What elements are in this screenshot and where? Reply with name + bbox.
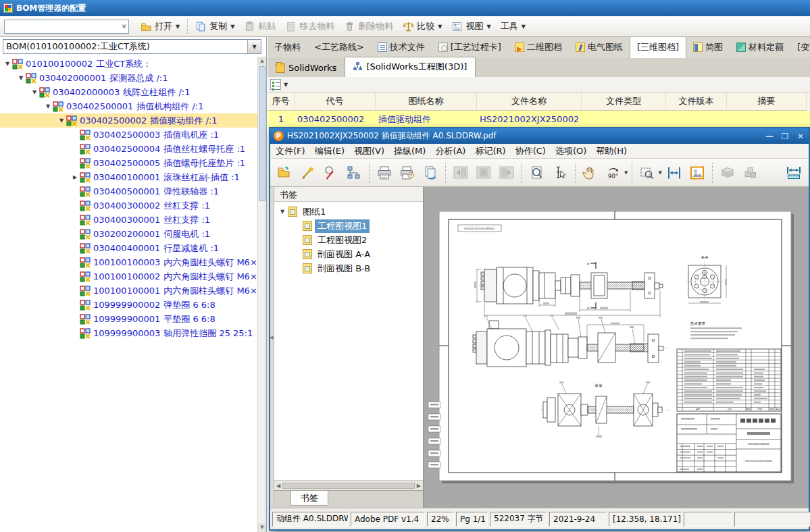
print-button[interactable] — [374, 162, 395, 184]
subtab-SolidWorks工程图3D[interactable]: [SolidWorks工程图(3D)] — [345, 57, 476, 77]
tree-item-100100100003[interactable]: 100100100003内六角圆柱头螺钉 M6×16 M6×16:6 — [0, 255, 257, 269]
select-text-button[interactable] — [549, 162, 571, 184]
compare-button[interactable]: 比较▼ — [398, 18, 447, 34]
column-header-4[interactable]: 文件类型 — [582, 92, 666, 111]
tree-item-030400400001[interactable]: 030400400001行星减速机 :1 — [0, 241, 257, 255]
menu-O[interactable]: 选项(O) — [555, 145, 586, 157]
page-number-button[interactable] — [473, 162, 495, 184]
fit-width-button[interactable] — [663, 162, 685, 184]
column-header-2[interactable]: 图纸名称 — [376, 92, 477, 111]
snapshot-button[interactable] — [686, 162, 708, 184]
layers-button[interactable] — [717, 162, 738, 184]
tree-item-109999900002[interactable]: 109999900002弹垫圈 6 6:8 — [0, 298, 257, 312]
bookmark-工程图视图2[interactable]: 工程图视图2 — [274, 233, 423, 247]
column-header-0[interactable]: 序号 — [268, 92, 295, 111]
menu-A[interactable]: 分析(A) — [435, 145, 465, 157]
scroll-left-icon[interactable]: ◀ — [276, 483, 280, 489]
tree-item-030200200001[interactable]: 030200200001伺服电机 :1 — [0, 227, 257, 241]
tree-expander-icon[interactable]: ▼ — [16, 75, 26, 81]
tree-item-030402000001[interactable]: ▼030402000001探测器总成 /:1 — [0, 71, 257, 85]
tab-简图[interactable]: 简图 — [686, 37, 730, 58]
tab-三维图档[interactable]: [三维图档] — [630, 37, 686, 58]
bookmark-剖面视图 B-B[interactable]: 剖面视图 B-B — [274, 261, 423, 275]
model-button[interactable] — [740, 162, 761, 184]
next-page-button[interactable] — [496, 162, 517, 184]
structure-tree-button[interactable] — [343, 162, 365, 184]
open-file-button[interactable] — [274, 162, 296, 184]
tab-技术文件[interactable]: 技术文件 — [371, 37, 432, 58]
tree-expander-icon[interactable]: ▼ — [57, 117, 66, 124]
copy-button[interactable]: 复制▼ — [191, 18, 239, 34]
close-icon[interactable]: ✕ — [796, 132, 805, 141]
markup-pen-button[interactable] — [297, 162, 319, 184]
pdf-page-canvas[interactable]: HS2021002XJX250002 — [424, 187, 809, 508]
print-preview-button[interactable] — [397, 162, 418, 184]
scroll-up-icon[interactable]: ▲ — [258, 57, 266, 65]
column-settings-icon[interactable] — [270, 79, 281, 90]
tab-二维图档[interactable]: 二维图档 — [508, 37, 569, 58]
scrollbar-thumb[interactable] — [282, 483, 415, 489]
tree-item-030402000003[interactable]: ▼030402000003线阵立柱组件 /:1 — [0, 85, 257, 99]
tab-子物料[interactable]: 子物料 — [268, 37, 307, 58]
paste-button[interactable]: 粘贴 — [239, 18, 280, 34]
menu-H[interactable]: 帮助(H) — [596, 145, 627, 157]
table-row[interactable]: 1030402500002插值驱动组件HS2021002XJX250002 插.… — [268, 111, 810, 128]
collapse-arrow-icon[interactable]: ◀ — [270, 335, 273, 340]
tree-item-030402500004[interactable]: 030402500004插值丝杠螺母托座 :1 — [0, 142, 257, 156]
dropdown-caret-icon[interactable]: ▼ — [284, 82, 288, 88]
tab-变更历史[interactable]: [变更历史 — [790, 37, 810, 58]
menu-E[interactable]: 编辑(E) — [315, 145, 345, 157]
menu-R[interactable]: 标记(R) — [475, 145, 505, 157]
tree-item-100100100001[interactable]: 100100100001内六角圆柱头螺钉 M6×25 M6×25:4 — [0, 284, 257, 298]
dropdown-caret-icon[interactable]: ▼ — [658, 170, 661, 176]
bookmark-工程图视图1[interactable]: 工程图视图1 — [274, 219, 423, 233]
menu-M[interactable]: 操纵(M) — [394, 145, 426, 157]
copy-page-button[interactable] — [420, 162, 441, 184]
tab-工艺过程卡[interactable]: [工艺过程卡] — [432, 37, 508, 58]
maximize-icon[interactable]: ❒ — [780, 132, 790, 141]
menu-F[interactable]: 文件(F) — [276, 145, 305, 157]
bookmark-剖面视图 A-A[interactable]: 剖面视图 A-A — [274, 247, 423, 261]
tree-item-030400100001[interactable]: ▶030400100001滚珠丝杠副-插值 :1 — [0, 170, 257, 184]
subtab-SolidWorks[interactable]: SolidWorks — [268, 59, 345, 77]
rotate-90-button[interactable]: 90° — [603, 162, 624, 184]
tab-bookmarks[interactable]: 书签 — [290, 491, 328, 506]
tree-expander-icon[interactable]: ▼ — [43, 103, 53, 109]
bookmarks-hscrollbar[interactable]: ◀ ▶ — [274, 480, 423, 490]
panel-collapse-strip[interactable]: ◀ — [270, 187, 274, 508]
quick-select-combo[interactable]: » — [4, 20, 129, 34]
column-header-3[interactable]: 文件名称 — [477, 92, 582, 111]
tree-item-030402500001[interactable]: ▼030402500001插值机构组件 /:1 — [0, 99, 257, 113]
tree-item-109999900001[interactable]: 109999900001平垫圈 6 6:8 — [0, 312, 257, 326]
scroll-right-icon[interactable]: ▶ — [417, 483, 421, 489]
tree-item-030400500001[interactable]: 030400500001弹性联轴器 :1 — [0, 184, 257, 198]
measure-button[interactable] — [783, 162, 805, 184]
tree-item-030400300002[interactable]: 030400300002丝杠支撑 :1 — [0, 198, 257, 213]
tools-button[interactable]: 工具▼ — [496, 18, 530, 34]
pdf-titlebar[interactable]: P HS2021002XJX250002 插值驱动组件 A0.SLDDRW.pd… — [270, 128, 809, 144]
tree-scrollbar[interactable]: ▲ ▼ — [257, 57, 266, 532]
column-header-5[interactable]: 文件版本 — [666, 92, 727, 111]
prev-page-button[interactable] — [450, 162, 472, 184]
tree-expander-icon[interactable]: ▼ — [3, 61, 12, 67]
minimize-icon[interactable]: — — [765, 132, 774, 141]
tree-item-030402500002[interactable]: ▼030402500002插值驱动组件 /:1 — [0, 113, 257, 128]
pan-hand-button[interactable] — [580, 162, 601, 184]
menu-C[interactable]: 协作(C) — [515, 145, 546, 157]
tab-电气图纸[interactable]: 电气图纸 — [569, 37, 630, 58]
tree-item-030402500003[interactable]: 030402500003插值电机座 :1 — [0, 128, 257, 142]
tree-expander-icon[interactable]: ▶ — [70, 174, 80, 180]
fit-page-button[interactable] — [526, 162, 548, 184]
menu-V[interactable]: 视图(V) — [354, 145, 384, 157]
view-button[interactable]: 视图▼ — [447, 18, 495, 34]
tree-item-030400300001[interactable]: 030400300001丝杠支撑 :1 — [0, 213, 257, 227]
column-header-1[interactable]: 代号 — [295, 92, 376, 111]
tree-expander-icon[interactable]: ▼ — [277, 209, 288, 215]
open-button[interactable]: 打开▼ — [136, 18, 184, 34]
column-header-6[interactable]: 摘要 — [727, 92, 807, 111]
tree-item-109999900003[interactable]: 109999900003轴用弹性挡圈 25 25:1 — [0, 326, 257, 340]
tree-item-030402500005[interactable]: 030402500005插值螺母托座垫片 :1 — [0, 156, 257, 170]
zoom-region-button[interactable] — [636, 162, 658, 184]
chevron-expand-icon[interactable]: » — [119, 22, 128, 30]
bom-selector[interactable]: BOM(010100100002:工业CT系统) ▼ — [3, 39, 261, 54]
